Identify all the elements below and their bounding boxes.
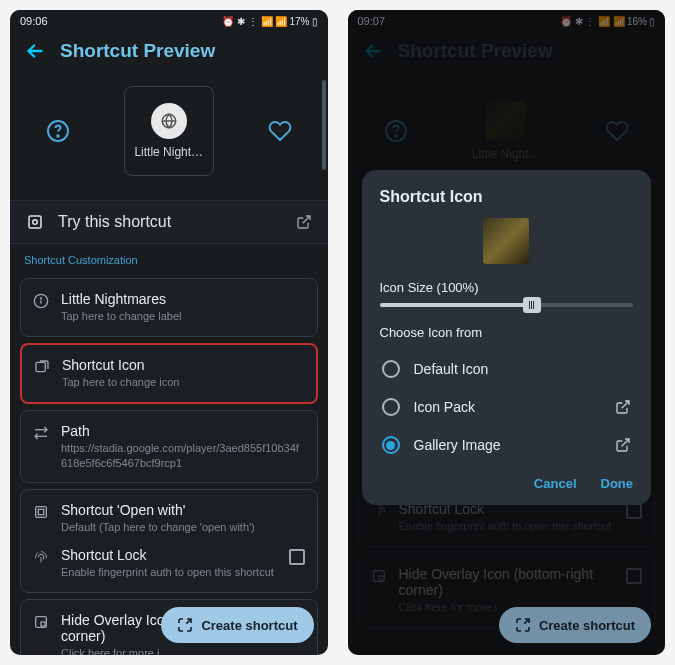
app-icon [33,504,49,520]
status-time: 09:06 [20,15,48,27]
lock-checkbox[interactable] [289,549,305,565]
svg-rect-8 [36,507,47,518]
shortcut-icon-card[interactable]: Shortcut Icon Tap here to change icon [20,343,318,404]
radio-gallery-image[interactable]: Gallery Image [380,426,634,464]
radio-label: Default Icon [414,361,489,377]
choose-label: Choose Icon from [380,325,634,340]
create-shortcut-button[interactable]: Create shortcut [499,607,651,643]
try-label: Try this shortcut [58,213,171,231]
preview-label: Little Night… [134,145,203,159]
done-button[interactable]: Done [601,476,634,491]
svg-rect-9 [38,510,43,515]
openwith-sub: Default (Tap here to change 'open with') [61,520,305,535]
create-shortcut-button[interactable]: Create shortcut [161,607,313,643]
svg-rect-11 [41,622,45,626]
shortcut-preview-card[interactable]: Little Night… [124,86,214,176]
status-icons: ⏰ ✱ ⋮ 📶 📶 17% ▯ [222,16,317,27]
openwith-title: Shortcut 'Open with' [61,502,305,518]
icon-size-label: Icon Size (100%) [380,280,634,295]
path-sub: https://stadia.google.com/player/3aed855… [61,441,305,471]
radio-icon [382,436,400,454]
external-link-icon [296,214,312,230]
page-title: Shortcut Preview [60,40,215,62]
openwith-lock-card[interactable]: Shortcut 'Open with' Default (Tap here t… [20,489,318,593]
back-arrow-icon[interactable] [24,40,46,62]
info-icon [33,293,49,309]
section-label: Shortcut Customization [10,244,328,272]
svg-point-1 [57,135,59,137]
icon-sub: Tap here to change icon [62,375,304,390]
shortcut-icon-dialog: Shortcut Icon Icon Size (100%) Choose Ic… [362,170,652,505]
icon-thumbnail[interactable] [483,218,529,264]
phone-left: 09:06 ⏰ ✱ ⋮ 📶 📶 17% ▯ Shortcut Preview L… [10,10,328,655]
label-title: Little Nightmares [61,291,305,307]
cancel-button[interactable]: Cancel [534,476,577,491]
try-shortcut-row[interactable]: Try this shortcut [10,200,328,244]
path-title: Path [61,423,305,439]
icon-title: Shortcut Icon [62,357,304,373]
overlay-icon [33,614,49,630]
status-bar: 09:06 ⏰ ✱ ⋮ 📶 📶 17% ▯ [10,10,328,32]
dialog-title: Shortcut Icon [380,188,634,206]
fab-label: Create shortcut [201,618,297,633]
globe-icon [151,103,187,139]
shortcut-icon [515,617,531,633]
label-card[interactable]: Little Nightmares Tap here to change lab… [20,278,318,337]
preview-row: Little Night… [10,76,328,194]
icon-size-slider[interactable] [380,303,634,307]
try-icon [26,213,44,231]
external-link-icon [615,437,631,453]
radio-icon [382,398,400,416]
svg-point-6 [40,298,41,299]
heart-icon[interactable] [268,119,292,143]
radio-icon-pack[interactable]: Icon Pack [380,388,634,426]
radio-icon [382,360,400,378]
shortcut-icon [177,617,193,633]
label-sub: Tap here to change label [61,309,305,324]
overlay-sub: Click here for more i [61,646,277,655]
help-icon[interactable] [46,119,70,143]
radio-default-icon[interactable]: Default Icon [380,350,634,388]
slider-knob[interactable] [523,297,541,313]
radio-label: Gallery Image [414,437,501,453]
image-icon [34,359,50,375]
app-header: Shortcut Preview [10,32,328,76]
swap-icon [33,425,49,441]
phone-right: 09:07 ⏰ ✱ ⋮ 📶 📶 16% ▯ Shortcut Preview L… [348,10,666,655]
fab-label: Create shortcut [539,618,635,633]
lock-title: Shortcut Lock [61,547,277,563]
scrollbar[interactable] [322,80,326,170]
path-card[interactable]: Path https://stadia.google.com/player/3a… [20,410,318,484]
svg-point-4 [33,220,38,225]
radio-label: Icon Pack [414,399,475,415]
external-link-icon [615,399,631,415]
lock-sub: Enable fingerprint auth to open this sho… [61,565,277,580]
fingerprint-icon [33,549,49,565]
svg-rect-7 [36,362,45,371]
svg-rect-3 [29,216,41,228]
